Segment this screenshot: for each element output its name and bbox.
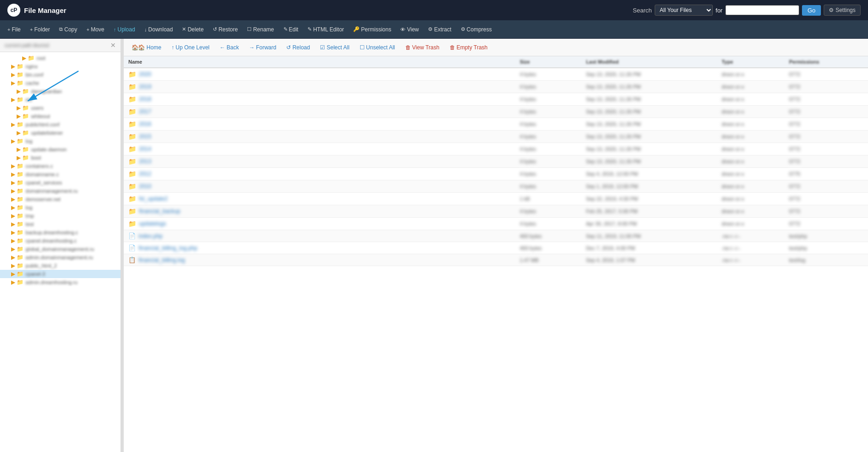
sidebar-tree-item[interactable]: ▶ 📁 demoserver.net [0, 195, 121, 203]
file-name[interactable]: 2018 [139, 96, 151, 102]
file-date: Sep 13, 2020, 11:26 PM [581, 131, 717, 143]
col-size[interactable]: Size [515, 56, 581, 68]
file-owner: text/php [784, 242, 868, 254]
sidebar-item-label: cache [25, 80, 39, 86]
edit-icon: ✎ [283, 26, 288, 32]
col-permissions[interactable]: Permissions [784, 56, 868, 68]
up-one-level-button[interactable]: ↑ Up One Level [167, 42, 213, 53]
upload-button[interactable]: ↑ Upload [110, 24, 139, 35]
file-name[interactable]: 2015 [139, 133, 151, 140]
restore-button[interactable]: ↺ Restore [209, 24, 241, 35]
file-name-cell: 📋 financial_billing.log [124, 254, 515, 266]
view-trash-button[interactable]: 🗑 View Trash [401, 42, 444, 53]
file-name[interactable]: 2010 [139, 183, 151, 190]
sidebar-tree-item[interactable]: ▶ 📁 containerx.c [0, 162, 121, 170]
table-row[interactable]: 📁 2017 4 bytes Sep 13, 2020, 11:26 PM dr… [124, 106, 868, 118]
view-button[interactable]: 👁 View [397, 24, 422, 35]
sidebar-tree-item[interactable]: ▶ 📁 cpanel-3 [0, 270, 121, 278]
file-name[interactable]: 2013 [139, 158, 151, 165]
table-row[interactable]: 📁 2013 4 bytes Sep 13, 2020, 11:26 PM dr… [124, 155, 868, 168]
back-button[interactable]: ← Back [216, 42, 243, 53]
col-last-modified[interactable]: Last Modified [581, 56, 717, 68]
copy-button[interactable]: ⧉ Copy [55, 24, 81, 35]
sidebar-close-icon[interactable]: ✕ [110, 42, 116, 49]
sidebar-tree-item[interactable]: ▶ 📁 test [0, 220, 121, 228]
rename-button[interactable]: ☐ Rename [243, 24, 277, 35]
compress-button[interactable]: ⚙ Compress [457, 24, 496, 35]
edit-button[interactable]: ✎ Edit [280, 24, 302, 35]
file-name[interactable]: 2016 [139, 121, 151, 127]
table-row[interactable]: 📄 index.php 400 bytes Sep 11, 2019, 11:0… [124, 230, 868, 242]
settings-button[interactable]: ⚙ Settings [824, 5, 861, 16]
file-name[interactable]: financial_billing_log.php [139, 245, 197, 251]
unselect-all-button[interactable]: ☐ Unselect All [356, 42, 399, 53]
col-type[interactable]: Type [717, 56, 784, 68]
file-name[interactable]: 2017 [139, 108, 151, 115]
file-name[interactable]: index.php [139, 233, 163, 239]
table-row[interactable]: 📁 fsl_update2 1 kB Sep 22, 2019, 4:30 PM… [124, 193, 868, 205]
table-row[interactable]: 📁 2012 4 bytes Sep 4, 2019, 12:00 PM drw… [124, 168, 868, 180]
sidebar-tree-item[interactable]: ▶ 📁 log [0, 203, 121, 212]
sidebar-tree-item[interactable]: ▶ 📁 update-daemon [0, 145, 121, 154]
sidebar-tree-item[interactable]: ▶ 📁 users [0, 104, 121, 112]
file-name[interactable]: financial_backup [139, 208, 180, 214]
sidebar-tree-item[interactable]: ▶ 📁 dansguardian [0, 87, 121, 95]
empty-trash-button[interactable]: 🗑 Empty Trash [446, 42, 492, 53]
sidebar-tree-item[interactable]: ▶ 📁 log [0, 137, 121, 145]
sidebar-tree-item[interactable]: ▶ 📁 whiteout [0, 112, 121, 120]
search-input[interactable] [725, 5, 799, 15]
sidebar-tree-item[interactable]: ▶ 📁 tmp [0, 212, 121, 220]
table-row[interactable]: 📁 updatelogs 4 bytes Apr 30, 2017, 8:00 … [124, 218, 868, 230]
file-name[interactable]: 2020 [139, 71, 151, 77]
new-folder-button[interactable]: + Folder [26, 24, 54, 35]
table-row[interactable]: 📁 2020 4 bytes Sep 13, 2020, 11:26 PM dr… [124, 68, 868, 81]
home-button[interactable]: 🏠 🏠 Home [127, 42, 165, 53]
sidebar-tree-item[interactable]: ▶ 📁 domainmanagement.ru [0, 187, 121, 195]
table-row[interactable]: 📁 2015 4 bytes Sep 13, 2020, 11:26 PM dr… [124, 131, 868, 143]
move-button[interactable]: + Move [83, 24, 108, 35]
permissions-button[interactable]: 🔑 Permissions [350, 24, 395, 35]
sidebar-tree-item[interactable]: ▶ 📁 nginx [0, 62, 121, 71]
sidebar-tree-item[interactable]: ▶ 📁 global_domainmanagement.ru [0, 245, 121, 253]
sidebar-tree-item[interactable]: ▶ 📁 public_html_2 [0, 262, 121, 270]
table-row[interactable]: 📄 financial_billing_log.php 400 bytes De… [124, 242, 868, 254]
select-all-button[interactable]: ☑ Select All [316, 42, 353, 53]
sidebar-tree-item[interactable]: ▶ 📁 cache [0, 79, 121, 87]
sidebar-tree-item[interactable]: ▶ 📁 root [0, 54, 121, 62]
sidebar-tree-item[interactable]: ▶ 📁 admin.domainmanagement.ru [0, 253, 121, 262]
table-row[interactable]: 📋 financial_billing.log 1.47 MB Sep 4, 2… [124, 254, 868, 266]
sidebar-tree-item[interactable]: ▶ 📁 publichtml.conf [0, 120, 121, 129]
extract-button[interactable]: ⚙ Extract [424, 24, 455, 35]
table-row[interactable]: 📁 2018 4 bytes Sep 13, 2020, 11:26 PM dr… [124, 93, 868, 106]
file-name[interactable]: 2012 [139, 171, 151, 177]
delete-button[interactable]: ✕ Delete [178, 24, 207, 35]
new-file-button[interactable]: + File [4, 24, 24, 35]
table-row[interactable]: 📁 2014 4 bytes Sep 13, 2020, 11:26 PM dr… [124, 143, 868, 155]
table-row[interactable]: 📁 financial_backup 4 bytes Feb 25, 2017,… [124, 205, 868, 218]
file-name[interactable]: financial_billing.log [139, 257, 185, 263]
sidebar-tree-item[interactable]: ▶ 📁 cpanel.dreamhosting.c [0, 237, 121, 245]
download-button[interactable]: ↓ Download [141, 24, 177, 35]
sidebar-tree-item[interactable]: ▶ 📁 etc [0, 95, 121, 104]
file-name[interactable]: 2019 [139, 83, 151, 90]
sidebar-tree-item[interactable]: ▶ 📁 cpanel_services [0, 178, 121, 187]
sidebar-tree-item[interactable]: ▶ 📁 backup.dreamhosting.c [0, 228, 121, 237]
file-name[interactable]: fsl_update2 [139, 196, 168, 202]
col-name[interactable]: Name [124, 56, 515, 68]
table-row[interactable]: 📁 2010 4 bytes Sep 1, 2019, 12:00 PM drw… [124, 180, 868, 193]
search-scope-select[interactable]: All Your Files Current Directory [655, 5, 713, 16]
forward-button[interactable]: → Forward [245, 42, 280, 53]
upload-icon: ↑ [114, 27, 116, 32]
sidebar-tree-item[interactable]: ▶ 📁 domainname.c [0, 170, 121, 178]
sidebar-tree-item[interactable]: ▶ 📁 updatelistener [0, 129, 121, 137]
search-go-button[interactable]: Go [802, 5, 821, 16]
html-editor-button[interactable]: ✎ HTML Editor [304, 24, 348, 35]
table-row[interactable]: 📁 2019 4 bytes Sep 13, 2020, 11:26 PM dr… [124, 81, 868, 93]
sidebar-tree-item[interactable]: ▶ 📁 admin.dreamhosting.ru [0, 278, 121, 286]
file-name[interactable]: updatelogs [139, 220, 166, 227]
file-name[interactable]: 2014 [139, 146, 151, 152]
reload-button[interactable]: ↺ Reload [282, 42, 314, 53]
sidebar-tree-item[interactable]: ▶ 📁 bin.conf [0, 71, 121, 79]
table-row[interactable]: 📁 2016 4 bytes Sep 13, 2020, 11:26 PM dr… [124, 118, 868, 131]
sidebar-tree-item[interactable]: ▶ 📁 boot [0, 154, 121, 162]
